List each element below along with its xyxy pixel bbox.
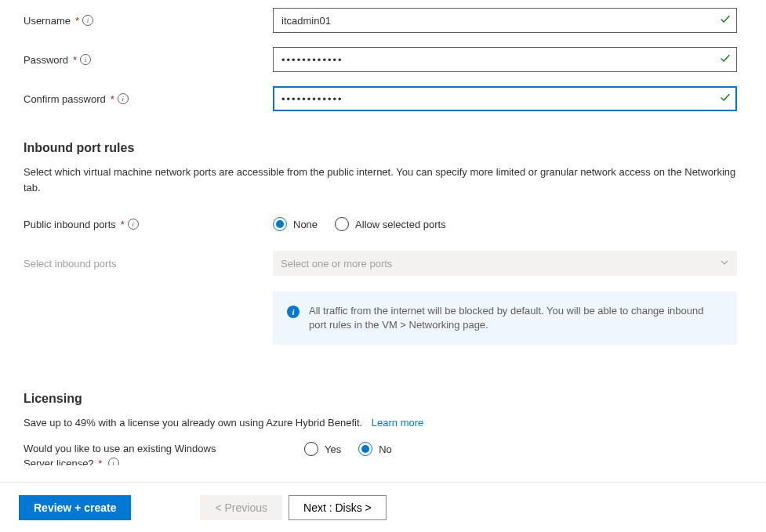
inbound-ports-none-radio[interactable]: None: [273, 217, 318, 231]
radio-label: No: [379, 443, 392, 455]
password-input[interactable]: [273, 47, 737, 72]
info-icon[interactable]: i: [80, 54, 91, 65]
confirm-password-label: Confirm password: [24, 93, 106, 105]
radio-icon: [273, 217, 287, 231]
required-asterisk: *: [111, 93, 114, 105]
learn-more-link[interactable]: Learn more: [372, 417, 423, 429]
select-inbound-ports-dropdown: Select one or more ports: [273, 251, 737, 276]
licensing-desc: Save up to 49% with a license you alread…: [24, 417, 362, 429]
info-icon[interactable]: i: [118, 93, 129, 104]
license-no-radio[interactable]: No: [358, 442, 392, 456]
review-create-button[interactable]: Review + create: [19, 495, 131, 520]
dropdown-placeholder: Select one or more ports: [281, 258, 392, 270]
license-yes-radio[interactable]: Yes: [304, 442, 341, 456]
username-input[interactable]: [273, 8, 737, 33]
radio-icon: [358, 442, 372, 456]
inbound-section-title: Inbound port rules: [24, 141, 742, 155]
licensing-section-title: Licensing: [24, 392, 742, 406]
required-asterisk: *: [121, 219, 125, 230]
public-inbound-ports-label: Public inbound ports: [24, 219, 116, 230]
required-asterisk: *: [75, 15, 79, 27]
radio-icon: [335, 217, 349, 231]
radio-label: None: [293, 219, 318, 230]
password-label: Password: [24, 54, 68, 66]
chevron-down-icon: [720, 258, 729, 270]
wizard-footer: Review + create < Previous Next : Disks …: [0, 482, 766, 532]
info-icon[interactable]: i: [82, 15, 93, 26]
required-asterisk: *: [73, 54, 77, 66]
radio-icon: [304, 442, 318, 456]
info-icon[interactable]: i: [108, 458, 119, 465]
confirm-password-input[interactable]: [273, 86, 737, 111]
inbound-section-desc: Select which virtual machine network por…: [24, 165, 737, 196]
info-icon[interactable]: i: [128, 219, 139, 230]
inbound-info-text: All traffic from the internet will be bl…: [309, 304, 723, 332]
licensing-question-label: Would you like to use an existing Window…: [24, 442, 295, 456]
inbound-info-banner: i All traffic from the internet will be …: [273, 291, 737, 345]
required-asterisk: *: [98, 458, 102, 465]
radio-label: Yes: [325, 443, 341, 455]
licensing-question-line2: Server license?: [24, 458, 94, 465]
radio-label: Allow selected ports: [355, 219, 446, 230]
info-filled-icon: i: [287, 306, 300, 318]
next-button[interactable]: Next : Disks >: [289, 495, 387, 520]
previous-button: < Previous: [200, 495, 282, 520]
username-label: Username: [24, 15, 71, 27]
select-inbound-ports-label: Select inbound ports: [24, 258, 117, 270]
inbound-ports-allow-radio[interactable]: Allow selected ports: [335, 217, 446, 231]
